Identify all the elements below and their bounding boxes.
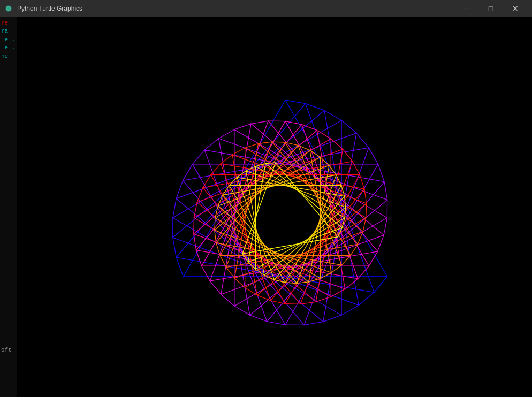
window-controls[interactable]: − □ ✕ [454,0,528,17]
left-panel: re ra le . le . ne oft [0,17,17,397]
title-bar: Python Turtle Graphics − □ ✕ [0,0,532,17]
terminal-text: re ra le . le . ne [0,17,17,63]
minimize-button[interactable]: − [454,0,478,17]
close-button[interactable]: ✕ [503,0,528,17]
main-content: re ra le . le . ne oft [0,17,532,397]
turtle-canvas [17,17,532,397]
svg-point-1 [7,7,10,10]
window-title: Python Turtle Graphics [17,5,454,12]
app-icon [4,4,13,13]
maximize-button[interactable]: □ [478,0,503,17]
bottom-left-text: oft [0,346,17,354]
canvas-area [17,17,532,397]
